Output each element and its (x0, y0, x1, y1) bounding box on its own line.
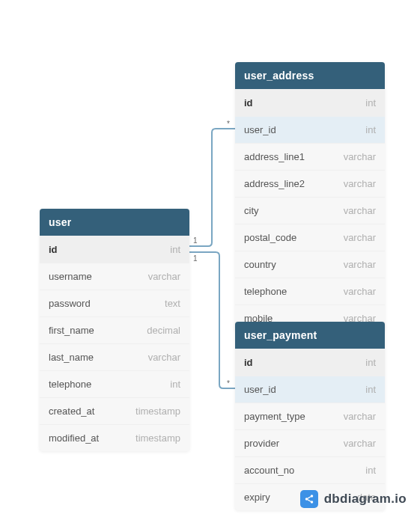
svg-point-2 (310, 501, 313, 504)
table-user[interactable]: user id int username varchar password te… (40, 209, 189, 451)
table-row[interactable]: password text (40, 290, 189, 316)
table-row[interactable]: created_at timestamp (40, 397, 189, 424)
relation-label-many: * (227, 379, 230, 388)
logo: dbdiagram.io (300, 490, 407, 508)
column-name: user_id (244, 124, 276, 135)
table-row[interactable]: provider varchar (235, 429, 385, 456)
share-icon (300, 490, 318, 508)
table-row[interactable]: id int (235, 89, 385, 116)
logo-text: dbdiagram.io (324, 492, 407, 507)
column-name: telephone (244, 286, 287, 297)
relation-user-to-user-payment (189, 252, 235, 388)
relation-label-one: 1 (193, 236, 198, 245)
column-type: int (365, 357, 376, 368)
column-name: address_line2 (244, 178, 305, 189)
column-name: expiry (244, 492, 270, 503)
column-type: timestamp (136, 432, 180, 444)
table-row[interactable]: city varchar (235, 197, 385, 224)
column-type: varchar (344, 151, 376, 162)
column-name: address_line1 (244, 151, 305, 162)
column-type: text (165, 298, 180, 309)
column-type: varchar (344, 259, 376, 270)
column-name: password (49, 298, 91, 309)
column-type: varchar (344, 438, 376, 449)
table-row[interactable]: user_id int (235, 116, 385, 143)
table-row[interactable]: telephone varchar (235, 278, 385, 305)
table-row[interactable]: country varchar (235, 251, 385, 278)
column-type: varchar (148, 352, 180, 363)
column-name: last_name (49, 352, 94, 363)
column-type: int (365, 97, 376, 108)
table-header: user_address (235, 62, 385, 89)
column-name: first_name (49, 325, 94, 336)
table-header: user (40, 209, 189, 236)
column-type: int (170, 379, 180, 390)
relation-label-many: * (227, 120, 230, 128)
column-name: username (49, 271, 92, 282)
column-type: varchar (344, 286, 376, 297)
table-row[interactable]: telephone int (40, 370, 189, 397)
svg-point-0 (305, 498, 308, 501)
relation-label-one: 1 (193, 254, 198, 263)
table-row[interactable]: username varchar (40, 263, 189, 290)
svg-point-1 (310, 495, 313, 498)
table-user-payment[interactable]: user_payment id int user_id int payment_… (235, 322, 385, 510)
relation-user-to-user-address (189, 129, 235, 246)
column-name: postal_code (244, 232, 296, 243)
column-name: modified_at (49, 432, 99, 444)
table-row[interactable]: postal_code varchar (235, 224, 385, 251)
column-type: varchar (344, 205, 376, 216)
table-row[interactable]: id int (235, 349, 385, 376)
column-type: varchar (344, 411, 376, 422)
table-header: user_payment (235, 322, 385, 349)
column-name: payment_type (244, 411, 305, 422)
column-name: account_no (244, 465, 294, 476)
column-type: int (365, 384, 376, 395)
column-name: id (49, 244, 58, 255)
column-name: id (244, 97, 253, 108)
column-name: provider (244, 438, 279, 449)
column-name: id (244, 357, 253, 368)
table-row[interactable]: first_name decimal (40, 316, 189, 343)
column-type: timestamp (136, 406, 180, 417)
logo-bold: db (324, 492, 340, 506)
logo-rest: diagram.io (340, 492, 407, 506)
table-row[interactable]: address_line2 varchar (235, 170, 385, 197)
column-type: int (365, 124, 376, 135)
column-name: user_id (244, 384, 276, 395)
table-row[interactable]: payment_type varchar (235, 403, 385, 429)
column-type: int (365, 465, 376, 476)
table-row[interactable]: account_no int (235, 456, 385, 483)
column-name: created_at (49, 406, 94, 417)
column-type: varchar (148, 271, 180, 282)
share-icon-svg (304, 494, 314, 504)
table-row[interactable]: address_line1 varchar (235, 143, 385, 170)
table-row[interactable]: id int (40, 236, 189, 263)
table-row[interactable]: modified_at timestamp (40, 424, 189, 451)
column-type: int (170, 244, 180, 255)
column-type: decimal (147, 325, 180, 336)
table-row[interactable]: user_id int (235, 376, 385, 403)
table-row[interactable]: last_name varchar (40, 343, 189, 370)
diagram-canvas: 1 * 1 * user id int username varchar pas… (0, 0, 420, 520)
column-name: telephone (49, 379, 91, 390)
column-name: country (244, 259, 276, 270)
column-name: city (244, 205, 259, 216)
table-user-address[interactable]: user_address id int user_id int address_… (235, 62, 385, 331)
column-type: varchar (344, 232, 376, 243)
column-type: varchar (344, 178, 376, 189)
